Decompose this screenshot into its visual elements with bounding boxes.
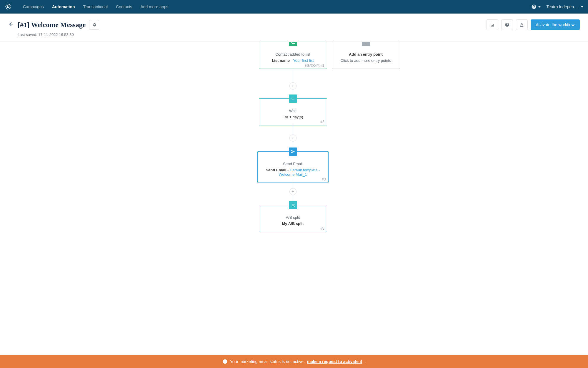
gear-icon — [92, 22, 96, 27]
nav-campaigns[interactable]: Campaigns — [19, 0, 48, 14]
add-step-button[interactable]: + — [289, 82, 297, 89]
last-saved-prefix: Last saved: — [18, 32, 38, 37]
node-split-desc: My A/B split — [262, 221, 324, 226]
nav-right: Teatro Indepen… — [531, 4, 583, 9]
workflow-flow: Contact added to list List name - Your f… — [88, 42, 500, 57]
node-send-desc: Send Email - Default template -Welcome M… — [261, 168, 325, 177]
node-entry-title: Contact added to list — [262, 52, 324, 57]
caret-down-icon — [538, 6, 541, 8]
account-dropdown[interactable]: Teatro Indepen… — [547, 4, 583, 9]
help-button[interactable] — [501, 19, 513, 30]
page-title: [#1] Welcome Message — [18, 21, 86, 29]
add-step-button[interactable]: + — [289, 135, 297, 142]
node-send-label: Send Email — [266, 168, 286, 172]
add-step-button[interactable]: + — [289, 188, 297, 195]
page-subheader: [#1] Welcome Message Activate the workfl… — [0, 14, 588, 42]
subheader-actions: Activate the workflow — [487, 19, 580, 30]
node-wait[interactable]: Wait For 1 day(s) #2 — [259, 98, 327, 125]
node-entry-sep: - — [290, 58, 293, 63]
node-entry-wrap: Contact added to list List name - Your f… — [259, 42, 327, 69]
account-name: Teatro Indepen… — [547, 4, 578, 9]
caret-down-icon — [581, 6, 583, 8]
node-split-wrap: A/B split My A/B split #5 — [259, 205, 327, 232]
node-split-title: A/B split — [262, 215, 324, 220]
node-entry-cap — [289, 42, 297, 46]
node-entry-link[interactable]: Your first list — [293, 58, 314, 63]
settings-button[interactable] — [89, 20, 99, 30]
last-saved-time: 17-11-2022 16:53:30 — [38, 32, 74, 37]
last-saved: Last saved: 17-11-2022 16:53:30 — [18, 32, 580, 37]
back-button[interactable] — [8, 21, 14, 28]
node-add-entry-wrap: Add an entry point Click to add more ent… — [332, 42, 400, 69]
nav-automation[interactable]: Automation — [48, 0, 79, 14]
help-dropdown[interactable] — [531, 4, 541, 9]
subheader-row: [#1] Welcome Message Activate the workfl… — [8, 19, 580, 30]
node-split-tag: #5 — [320, 226, 324, 231]
test-button[interactable] — [516, 19, 528, 30]
node-entry-label: List name — [272, 58, 290, 63]
node-entry[interactable]: Contact added to list List name - Your f… — [259, 42, 327, 69]
wait-icon — [291, 97, 295, 101]
node-add-entry-title: Add an entry point — [335, 52, 397, 57]
arrow-left-icon — [8, 21, 14, 27]
flask-icon — [519, 22, 524, 27]
node-wait-tag: #2 — [320, 120, 324, 124]
pinwheel-icon — [5, 3, 12, 10]
node-send-sep: - — [286, 168, 290, 172]
shuffle-icon — [291, 203, 295, 207]
node-add-entry[interactable]: Add an entry point Click to add more ent… — [332, 42, 400, 69]
nav-transactional[interactable]: Transactional — [79, 0, 112, 14]
nav-items: Campaigns Automation Transactional Conta… — [19, 0, 172, 14]
node-entry-desc: List name - Your first list — [262, 58, 324, 63]
workflow-canvas[interactable]: Contact added to list List name - Your f… — [0, 42, 588, 356]
nav-add-apps[interactable]: Add more apps — [136, 0, 172, 14]
stats-button[interactable] — [487, 19, 498, 30]
node-wait-title: Wait — [262, 109, 324, 113]
top-nav: Campaigns Automation Transactional Conta… — [0, 0, 588, 14]
send-icon — [291, 150, 295, 154]
plus-icon — [364, 42, 368, 44]
node-wait-cap — [289, 95, 297, 103]
help-icon — [505, 22, 509, 27]
node-wait-desc: For 1 day(s) — [262, 115, 324, 119]
help-icon — [531, 4, 537, 9]
svg-point-1 — [291, 97, 294, 100]
user-plus-icon — [291, 42, 295, 44]
node-add-entry-cap — [362, 42, 370, 46]
node-send-cap — [289, 147, 297, 156]
brand-logo[interactable] — [5, 3, 12, 10]
nav-contacts[interactable]: Contacts — [112, 0, 136, 14]
activate-workflow-button[interactable]: Activate the workflow — [531, 19, 580, 30]
node-entry-tag: startpoint #1 — [305, 63, 324, 67]
node-send-title: Send Email — [261, 162, 325, 166]
node-add-entry-subtitle: Click to add more entry points — [335, 58, 397, 63]
node-split-desc-text: My A/B split — [282, 221, 304, 226]
chart-icon — [490, 22, 495, 27]
node-ab-split[interactable]: A/B split My A/B split #5 — [259, 205, 327, 232]
status-banner: Your marketing email status is not activ… — [0, 355, 588, 356]
node-send-tag: #3 — [322, 177, 326, 181]
node-wait-wrap: Wait For 1 day(s) #2 — [259, 98, 327, 125]
node-split-cap — [289, 201, 297, 209]
